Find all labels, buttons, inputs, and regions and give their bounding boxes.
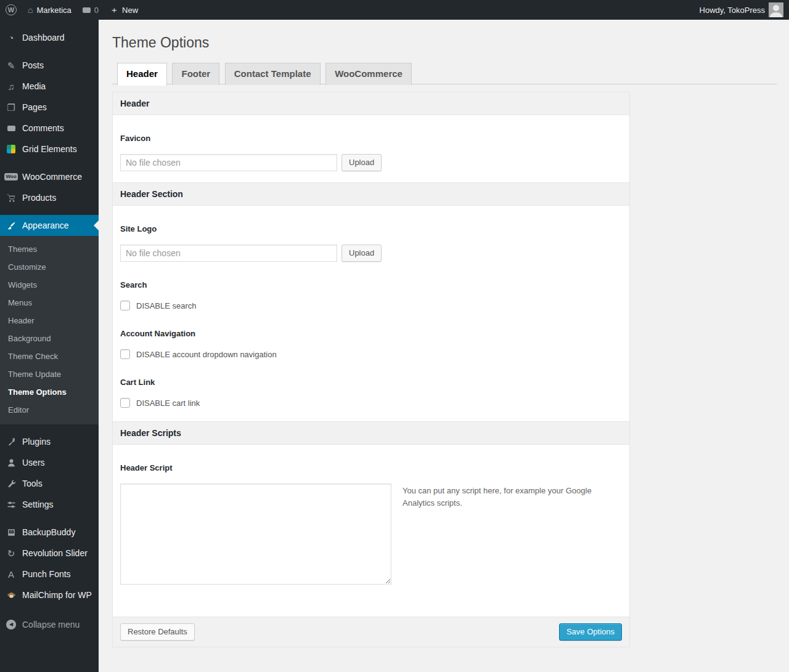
site-link[interactable]: ⌂ Marketica: [22, 0, 77, 20]
sidebar-item-label: Grid Elements: [22, 144, 77, 154]
sidebar-item-label: BackupBuddy: [22, 527, 75, 537]
sidebar-item-backupbuddy[interactable]: BackupBuddy: [0, 522, 99, 543]
sidebar-item-label: Pages: [22, 102, 47, 112]
sidebar-item-settings[interactable]: Settings: [0, 494, 99, 515]
submenu-item-themes[interactable]: Themes: [0, 240, 99, 258]
wordpress-menu-button[interactable]: W: [0, 0, 22, 20]
sidebar-item-label: Products: [22, 193, 56, 203]
cart-link-label: Cart Link: [120, 378, 622, 387]
restore-defaults-button[interactable]: Restore Defaults: [120, 623, 195, 641]
sidebar-item-label: Revolution Slider: [22, 548, 88, 558]
paintbrush-icon: [5, 221, 17, 230]
header-script-textarea[interactable]: [120, 484, 391, 585]
refresh-icon: ↻: [5, 549, 17, 558]
account-navigation-label: Account Navigation: [120, 329, 622, 338]
submenu-item-theme-check[interactable]: Theme Check: [0, 347, 99, 365]
disable-search-checkbox-label[interactable]: DISABLE search: [136, 301, 197, 310]
section-header-section-body: Site Logo Upload Search DISABLE search A…: [113, 206, 629, 422]
sidebar-item-label: Posts: [22, 60, 44, 70]
submenu-item-theme-options[interactable]: Theme Options: [0, 383, 99, 401]
dashboard-icon: ◔: [5, 33, 17, 43]
submenu-item-theme-update[interactable]: Theme Update: [0, 365, 99, 383]
site-logo-file-input[interactable]: [120, 245, 337, 262]
sidebar-item-label: MailChimp for WP: [22, 590, 92, 600]
appearance-submenu: Themes Customize Widgets Menus Header Ba…: [0, 236, 99, 424]
page-title: Theme Options: [112, 34, 777, 51]
submenu-item-header[interactable]: Header: [0, 312, 99, 330]
sidebar-item-label: Media: [22, 81, 46, 91]
site-logo-label: Site Logo: [120, 224, 622, 233]
tab-bar: Header Footer Contact Template WooCommer…: [112, 62, 777, 84]
disable-account-nav-checkbox-label[interactable]: DISABLE account dropdown navigation: [136, 350, 277, 359]
submenu-item-widgets[interactable]: Widgets: [0, 276, 99, 294]
active-menu-arrow-icon: [94, 221, 99, 230]
submenu-item-background[interactable]: Background: [0, 330, 99, 347]
section-header-scripts-body: Header Script You can put any script her…: [113, 445, 629, 617]
sidebar-item-label: WooCommerce: [22, 172, 82, 182]
section-header-scripts-title: Header Scripts: [113, 422, 629, 445]
sidebar-item-comments[interactable]: Comments: [0, 118, 99, 139]
panel-footer: Restore Defaults Save Options: [113, 617, 629, 647]
sidebar-item-woocommerce[interactable]: Woo WooCommerce: [0, 166, 99, 187]
tab-footer[interactable]: Footer: [172, 63, 219, 85]
disable-search-checkbox[interactable]: [120, 301, 130, 310]
letter-a-icon: A: [5, 570, 17, 579]
site-logo-upload-button[interactable]: Upload: [341, 245, 382, 262]
favicon-file-input[interactable]: [120, 154, 337, 171]
comments-moderation-link[interactable]: 0: [77, 0, 104, 20]
section-header-section-title: Header Section: [113, 183, 629, 206]
sidebar-item-grid-elements[interactable]: Grid Elements: [0, 139, 99, 160]
sidebar-item-label: Dashboard: [22, 33, 65, 43]
sidebar-item-revolution-slider[interactable]: ↻ Revolution Slider: [0, 543, 99, 564]
theme-options-panel: Header Favicon Upload Header Section Sit…: [112, 92, 630, 647]
submenu-item-editor[interactable]: Editor: [0, 401, 99, 419]
tab-woocommerce[interactable]: WooCommerce: [325, 63, 412, 85]
comments-bubble-icon: [83, 7, 91, 13]
header-script-label: Header Script: [120, 463, 622, 472]
disable-cart-link-checkbox-label[interactable]: DISABLE cart link: [136, 399, 200, 408]
avatar: [769, 2, 783, 17]
disable-cart-link-checkbox[interactable]: [120, 398, 130, 408]
sidebar-item-dashboard[interactable]: ◔ Dashboard: [0, 27, 99, 48]
sidebar-item-products[interactable]: Products: [0, 187, 99, 208]
disable-account-nav-checkbox[interactable]: [120, 349, 130, 359]
admin-bar: W ⌂ Marketica 0 ＋ New Howdy, TokoPress: [0, 0, 789, 20]
grid-elements-icon: [5, 145, 17, 153]
tools-icon: [5, 479, 17, 488]
sidebar-item-label: Comments: [22, 123, 64, 133]
sidebar-item-appearance[interactable]: Appearance: [0, 215, 99, 236]
backup-disk-icon: [5, 528, 17, 537]
sidebar-item-posts[interactable]: ✎ Posts: [0, 55, 99, 76]
sidebar-item-tools[interactable]: Tools: [0, 473, 99, 494]
pages-icon: ❐: [5, 103, 17, 112]
sidebar-item-plugins[interactable]: Plugins: [0, 431, 99, 452]
sidebar-item-users[interactable]: Users: [0, 452, 99, 473]
tab-header[interactable]: Header: [117, 63, 167, 86]
header-script-help-text: You can put any script here, for example…: [403, 485, 594, 509]
sidebar-item-punch-fonts[interactable]: A Punch Fonts: [0, 564, 99, 585]
sidebar-item-pages[interactable]: ❐ Pages: [0, 97, 99, 118]
home-icon: ⌂: [28, 6, 33, 14]
submenu-item-customize[interactable]: Customize: [0, 258, 99, 276]
collapse-arrow-icon: ◀: [5, 620, 17, 629]
collapse-menu-button[interactable]: ◀ Collapse menu: [0, 614, 99, 635]
favicon-upload-button[interactable]: Upload: [341, 154, 382, 171]
woocommerce-badge-icon: Woo: [5, 173, 17, 180]
new-content-button[interactable]: ＋ New: [104, 0, 144, 20]
section-header-body: Favicon Upload: [113, 115, 629, 183]
submenu-item-menus[interactable]: Menus: [0, 294, 99, 312]
sidebar-item-label: Punch Fonts: [22, 569, 71, 579]
tab-contact-template[interactable]: Contact Template: [225, 63, 321, 85]
sidebar-item-label: Appearance: [22, 221, 69, 230]
save-options-button[interactable]: Save Options: [559, 623, 622, 641]
plug-icon: [5, 437, 17, 447]
sidebar-item-media[interactable]: ♫ Media: [0, 76, 99, 97]
howdy-text: Howdy, TokoPress: [700, 6, 765, 15]
favicon-label: Favicon: [120, 134, 622, 143]
search-label: Search: [120, 280, 622, 289]
sidebar-item-label: Users: [22, 458, 45, 468]
sidebar-item-label: Plugins: [22, 437, 51, 447]
sidebar-item-label: Settings: [22, 500, 54, 509]
account-menu[interactable]: Howdy, TokoPress: [694, 0, 789, 20]
sidebar-item-mailchimp[interactable]: MailChimp for WP: [0, 585, 99, 605]
